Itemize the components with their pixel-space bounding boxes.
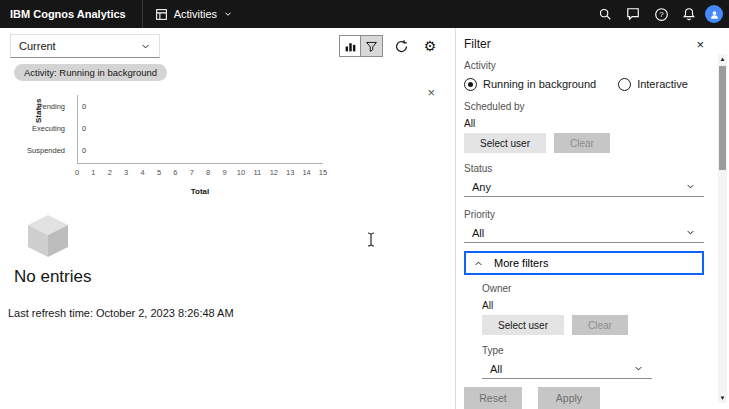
activities-icon xyxy=(155,8,168,21)
radio-interactive[interactable]: Interactive xyxy=(618,78,688,91)
svg-text:?: ? xyxy=(659,10,664,19)
chart-x-axis-line xyxy=(77,163,323,164)
more-filters-toggle[interactable]: More filters xyxy=(464,251,704,275)
filter-toggle-button[interactable] xyxy=(361,35,383,57)
view-dropdown[interactable]: Current xyxy=(10,34,160,58)
chart-category-label: Suspended xyxy=(0,146,71,155)
top-header: IBM Cognos Analytics Activities ? xyxy=(0,0,729,28)
chart-xtick-label: 7 xyxy=(190,168,194,177)
status-dropdown-value: Any xyxy=(472,181,491,193)
status-label: Status xyxy=(464,163,704,174)
view-dropdown-value: Current xyxy=(19,40,56,52)
priority-dropdown[interactable]: All xyxy=(464,223,704,243)
chart-xtick-label: 4 xyxy=(141,168,145,177)
nav-activities-label: Activities xyxy=(174,8,217,20)
chart-category-value: 0 xyxy=(82,102,86,111)
filter-funnel-icon xyxy=(365,40,378,53)
filter-panel-close-button[interactable]: × xyxy=(696,38,704,51)
feedback-icon[interactable] xyxy=(619,0,647,28)
main-content: Current xyxy=(0,28,455,409)
chart-xticks: 0123456789101112131415 xyxy=(77,168,323,178)
scheduled-by-label: Scheduled by xyxy=(464,101,704,112)
chart-view-button[interactable] xyxy=(339,35,361,57)
chart-xtick-label: 9 xyxy=(223,168,227,177)
more-filters-label: More filters xyxy=(494,257,548,269)
owner-actions: Select user Clear xyxy=(482,315,704,335)
panel-scrollbar[interactable]: ▲ ▼ xyxy=(718,54,727,403)
chevron-down-icon xyxy=(685,181,696,192)
settings-button[interactable]: ⚙ xyxy=(419,35,441,57)
chart-x-axis-label: Total xyxy=(77,187,323,196)
owner-label: Owner xyxy=(482,283,704,294)
chart-xtick-label: 10 xyxy=(237,168,245,177)
app-window: IBM Cognos Analytics Activities ? xyxy=(0,0,729,409)
chart-category-label: Pending xyxy=(0,102,71,111)
chart-category-value: 0 xyxy=(82,146,86,155)
select-user-button[interactable]: Select user xyxy=(464,133,546,153)
user-avatar[interactable] xyxy=(705,5,723,23)
radio-label: Interactive xyxy=(637,78,688,90)
reset-button[interactable]: Reset xyxy=(464,387,522,409)
scrollbar-up-arrow[interactable]: ▲ xyxy=(718,54,727,64)
type-dropdown-value: All xyxy=(490,363,502,375)
chart-xtick-label: 11 xyxy=(253,168,261,177)
brand-title: IBM Cognos Analytics xyxy=(0,8,142,20)
filter-panel: Filter × Activity Running in background … xyxy=(455,28,729,409)
chevron-down-icon xyxy=(633,363,644,374)
activity-label: Activity xyxy=(464,60,704,71)
chart-xtick-label: 5 xyxy=(157,168,161,177)
chevron-down-icon xyxy=(685,227,696,238)
priority-label: Priority xyxy=(464,209,704,220)
chart-category-row: Suspended0 xyxy=(0,139,86,161)
type-label: Type xyxy=(482,345,704,356)
last-refresh-time: Last refresh time: October 2, 2023 8:26:… xyxy=(8,307,455,319)
scheduled-by-actions: Select user Clear xyxy=(464,133,704,153)
owner-select-user-button[interactable]: Select user xyxy=(482,315,564,335)
chart-category-value: 0 xyxy=(82,124,86,133)
apply-button[interactable]: Apply xyxy=(538,387,600,409)
chevron-up-icon xyxy=(473,258,484,269)
notifications-bell-icon[interactable] xyxy=(675,0,703,28)
scrollbar-down-arrow[interactable]: ▼ xyxy=(718,393,727,403)
refresh-button[interactable] xyxy=(390,35,412,57)
chart-xtick-label: 1 xyxy=(91,168,95,177)
clear-user-button[interactable]: Clear xyxy=(554,133,610,153)
status-chart: Status Pending0Executing0Suspended0 0123… xyxy=(0,91,455,203)
filter-tag[interactable]: Activity: Running in background xyxy=(14,64,167,81)
nav-activities[interactable]: Activities xyxy=(142,0,245,28)
radio-label: Running in background xyxy=(483,78,596,90)
radio-selected-icon xyxy=(464,78,477,91)
header-actions: ? xyxy=(591,0,729,28)
radio-running-in-background[interactable]: Running in background xyxy=(464,78,596,91)
scheduled-by-value: All xyxy=(464,118,704,129)
chart-category-label: Executing xyxy=(0,124,71,133)
bar-chart-icon xyxy=(344,40,357,53)
chart-xtick-label: 14 xyxy=(302,168,310,177)
chart-xtick-label: 15 xyxy=(319,168,327,177)
chart-xtick-label: 8 xyxy=(206,168,210,177)
radio-unselected-icon xyxy=(618,78,631,91)
status-dropdown[interactable]: Any xyxy=(464,177,704,197)
chart-category-row: Pending0 xyxy=(0,95,86,117)
refresh-icon xyxy=(394,39,409,54)
chart-xtick-label: 2 xyxy=(108,168,112,177)
toolbar-icons: ⚙ xyxy=(339,35,441,57)
chart-categories: Pending0Executing0Suspended0 xyxy=(0,95,86,161)
scrollbar-thumb[interactable] xyxy=(719,66,726,170)
chart-y-axis-line xyxy=(77,95,78,163)
chevron-down-icon xyxy=(223,9,233,19)
chart-xtick-label: 3 xyxy=(124,168,128,177)
owner-clear-button[interactable]: Clear xyxy=(572,315,628,335)
priority-dropdown-value: All xyxy=(472,227,484,239)
chevron-down-icon xyxy=(140,41,151,52)
chart-category-row: Executing0 xyxy=(0,117,86,139)
type-dropdown[interactable]: All xyxy=(482,359,652,379)
chart-xtick-label: 6 xyxy=(173,168,177,177)
filter-panel-actions: Reset Apply xyxy=(464,387,704,409)
help-icon[interactable]: ? xyxy=(647,0,675,28)
search-icon[interactable] xyxy=(591,0,619,28)
chart-xtick-label: 13 xyxy=(286,168,294,177)
main-toolbar: Current xyxy=(10,34,441,58)
activity-radio-group: Running in background Interactive xyxy=(464,77,704,91)
chart-xtick-label: 12 xyxy=(270,168,278,177)
